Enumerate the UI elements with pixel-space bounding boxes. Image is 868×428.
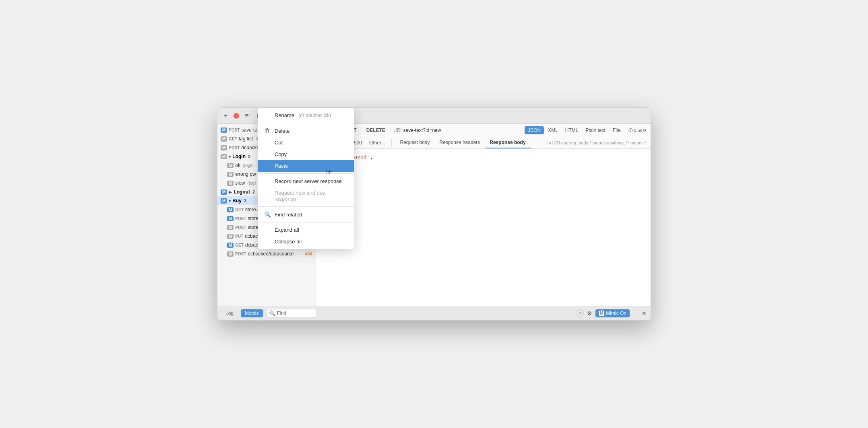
- mimic-m-badge: M: [599, 311, 604, 316]
- menu-button[interactable]: ≡: [242, 111, 251, 120]
- ctx-request-now-label: Request now and use response: [275, 190, 348, 202]
- chevron-down-icon: ▾: [229, 199, 231, 203]
- group-name: Login: [232, 154, 246, 159]
- item-name: dcbacke: [242, 145, 260, 150]
- tab-request-body[interactable]: Request body: [395, 137, 434, 148]
- method-badge-m: M: [227, 207, 234, 212]
- item-name: tag-list: [239, 136, 253, 142]
- mimic-on-badge[interactable]: M Mimic On: [595, 309, 630, 317]
- ctx-copy[interactable]: Copy: [258, 148, 354, 160]
- format-file[interactable]: File: [610, 126, 624, 134]
- method-post: POST: [235, 252, 246, 256]
- right-panel: POST PUT DELETE URI save-text?id=new JSO…: [316, 124, 651, 320]
- uri-value: save-text?id=new: [403, 128, 523, 133]
- response-body-content: status: 'saved', 42: [316, 149, 651, 320]
- format-plaintext[interactable]: Plain text: [583, 126, 609, 134]
- record-button[interactable]: [234, 113, 239, 119]
- ctx-request-now: Request now and use response: [258, 187, 354, 205]
- status-other[interactable]: Other...: [366, 139, 388, 146]
- method-delete-pill[interactable]: DELETE: [362, 126, 389, 134]
- request-bar: POST PUT DELETE URI save-text?id=new JSO…: [316, 124, 651, 137]
- method-badge-m: M: [221, 189, 227, 195]
- item-name: save-tex: [242, 127, 260, 133]
- ctx-collapse-all-label: Collapse all: [275, 239, 302, 245]
- json-comma: ,: [370, 154, 373, 160]
- method-badge-gray: M: [221, 145, 227, 150]
- ctx-separator-3: [258, 206, 354, 207]
- group-name: Logout: [234, 189, 250, 195]
- trash-icon: 🗑: [264, 128, 271, 134]
- item-hint: {login:: [243, 163, 255, 168]
- timer-icon: ⓘ: [628, 128, 633, 134]
- minimize-button[interactable]: —: [633, 310, 639, 317]
- ctx-record-label: Record next server response: [275, 178, 342, 184]
- method-badge-gray: M: [227, 172, 234, 177]
- footer-bar: Log Mocks 🔍 ⊟: [217, 306, 316, 320]
- response-line-1: status: 'saved',: [322, 154, 644, 160]
- format-html[interactable]: HTML: [562, 126, 582, 134]
- help-text: In URI and req. body * means anything, \…: [548, 140, 647, 145]
- app-window: + ≡ ⊟ M POST save-tex M GET tag-list {t: [217, 107, 651, 321]
- method-get: GET: [235, 243, 244, 247]
- ctx-expand-all[interactable]: Expand all: [258, 224, 354, 236]
- method-get: GET: [229, 137, 237, 141]
- uri-label: URI: [393, 128, 402, 133]
- ctx-expand-all-label: Expand all: [275, 227, 299, 233]
- mimic-on-label: Mimic On: [606, 311, 626, 316]
- method-badge-gray: M: [227, 225, 234, 230]
- timer-spinner[interactable]: ⟳: [643, 128, 647, 133]
- item-hint: {logi: [247, 181, 256, 185]
- search-icon: 🔍: [269, 310, 275, 316]
- add-button[interactable]: +: [221, 111, 230, 120]
- method-badge-m: M: [221, 128, 227, 133]
- format-tabs: JSON XML HTML Plain text File: [525, 126, 624, 134]
- ctx-rename-shortcut: (or doubleclick): [298, 113, 331, 118]
- method-put: PUT: [235, 234, 243, 239]
- group-count: 3: [248, 154, 250, 159]
- method-badge-gray: M: [227, 234, 234, 239]
- tab-response-headers[interactable]: Response headers: [435, 137, 485, 148]
- method-post: POST: [229, 128, 240, 132]
- ctx-separator-2: [258, 173, 354, 174]
- ctx-cut[interactable]: Cut: [258, 137, 354, 148]
- ctx-collapse-all[interactable]: Collapse all: [258, 236, 354, 247]
- item-name: slow: [235, 180, 245, 186]
- item-name: dcbacked/datasource: [248, 251, 294, 257]
- ctx-record[interactable]: Record next server response: [258, 175, 354, 187]
- chevron-down-icon: ▾: [229, 154, 231, 159]
- item-name: wrong pw: [235, 171, 256, 177]
- help-button[interactable]: ?: [576, 309, 584, 317]
- tab-log[interactable]: Log: [221, 309, 238, 317]
- format-xml[interactable]: XML: [545, 126, 561, 134]
- response-tabs: 201 401 500 Other... Request body Respon…: [316, 137, 651, 149]
- method-badge-gray: M: [227, 181, 234, 186]
- method-post: POST: [235, 216, 246, 221]
- sidebar-item-post-dcbacked-ds[interactable]: M POST dcbacked/datasource 404: [217, 249, 316, 258]
- method-badge-gray: M: [221, 136, 227, 142]
- method-badge-gray: M: [221, 154, 227, 159]
- ctx-separator-4: [258, 222, 354, 222]
- search-box: 🔍: [266, 309, 316, 317]
- ctx-delete[interactable]: 🗑 Delete: [258, 125, 354, 137]
- group-name: Buy: [232, 198, 242, 204]
- ctx-cut-label: Cut: [275, 140, 283, 146]
- method-get: GET: [235, 208, 244, 212]
- timer-value: 0.5s: [634, 128, 642, 133]
- method-badge-m: M: [227, 243, 234, 248]
- ctx-delete-label: Delete: [275, 128, 290, 134]
- search-input[interactable]: [277, 311, 316, 316]
- timer: ⓘ 0.5s ⟳: [628, 128, 647, 134]
- ctx-rename[interactable]: Rename (or doubleclick): [258, 109, 354, 121]
- settings-button[interactable]: ⚙: [587, 310, 592, 317]
- ctx-find-related[interactable]: 🔍 Find related: [258, 208, 354, 220]
- status-bar: ? ⚙ M Mimic On — ✕: [316, 306, 651, 320]
- format-json[interactable]: JSON: [525, 126, 544, 134]
- context-menu: Rename (or doubleclick) 🗑 Delete Cut Cop…: [258, 108, 354, 249]
- item-name: ok: [235, 163, 240, 168]
- ctx-paste[interactable]: Paste: [258, 160, 354, 172]
- tab-mocks[interactable]: Mocks: [241, 309, 263, 317]
- status-404-badge: 404: [305, 251, 312, 256]
- response-line-2: 42: [322, 160, 644, 166]
- close-button[interactable]: ✕: [642, 310, 647, 317]
- tab-response-body[interactable]: Response body: [485, 137, 530, 148]
